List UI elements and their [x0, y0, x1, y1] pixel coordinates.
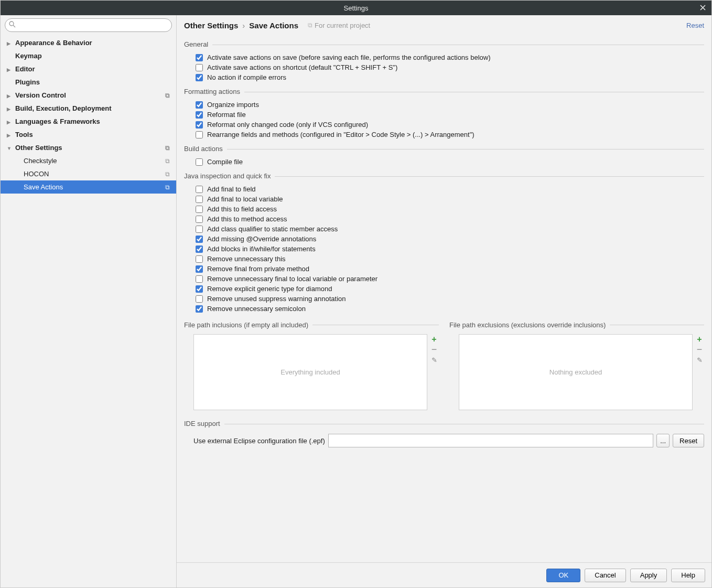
inclusions-list[interactable]: Everything included	[193, 334, 427, 410]
option-label: Add final to field	[207, 185, 256, 193]
sidebar-item-save-actions[interactable]: Save Actions⧉	[1, 180, 176, 194]
option-label: Reformat only changed code (only if VCS …	[207, 121, 368, 129]
expand-arrow-icon	[7, 40, 12, 46]
checkbox[interactable]	[196, 255, 203, 263]
sidebar-item-label: Other Settings	[15, 144, 62, 152]
sidebar-item-languages-frameworks[interactable]: Languages & Frameworks	[1, 115, 176, 128]
checkbox[interactable]	[196, 54, 203, 61]
sidebar-item-appearance-behavior[interactable]: Appearance & Behavior	[1, 36, 176, 49]
sidebar-item-keymap[interactable]: Keymap	[1, 49, 176, 62]
breadcrumb-parent: Other Settings	[184, 21, 238, 30]
help-button[interactable]: Help	[671, 569, 705, 582]
option-label: Compile file	[207, 158, 243, 166]
exclusions-list[interactable]: Nothing excluded	[459, 334, 693, 410]
java-option[interactable]: Add missing @Override annotations	[196, 235, 704, 243]
general-option[interactable]: No action if compile errors	[196, 73, 704, 81]
formatting-option[interactable]: Reformat file	[196, 111, 704, 119]
project-scope-icon: ⧉	[165, 184, 170, 191]
checkbox[interactable]	[196, 265, 203, 273]
option-label: Add final to local variable	[207, 195, 283, 203]
search-input[interactable]	[5, 18, 172, 32]
option-label: Remove unnecessary semicolon	[207, 305, 306, 313]
java-option[interactable]: Remove final from private method	[196, 265, 704, 273]
option-label: Activate save actions on shortcut (defau…	[207, 63, 397, 71]
dialog-footer: OK Cancel Apply Help	[177, 562, 711, 587]
sidebar-item-label: Editor	[15, 65, 35, 73]
ide-reset-button[interactable]: Reset	[673, 434, 704, 447]
java-option[interactable]: Remove unused suppress warning annotatio…	[196, 295, 704, 303]
close-icon[interactable]	[698, 3, 707, 12]
java-option[interactable]: Remove unnecessary final to local variab…	[196, 275, 704, 283]
sidebar-item-label: Save Actions	[24, 183, 63, 191]
checkbox[interactable]	[196, 226, 203, 233]
checkbox[interactable]	[196, 236, 203, 243]
formatting-option[interactable]: Rearrange fields and methods (configured…	[196, 131, 704, 138]
browse-button[interactable]: ...	[656, 434, 670, 447]
java-option[interactable]: Add this to method access	[196, 215, 704, 223]
checkbox[interactable]	[196, 74, 203, 81]
checkbox[interactable]	[196, 275, 203, 283]
java-section-title: Java inspection and quick fix	[184, 172, 271, 181]
java-option[interactable]: Remove explicit generic type for diamond	[196, 285, 704, 293]
sidebar-item-label: Tools	[15, 131, 33, 138]
checkbox[interactable]	[196, 64, 203, 71]
sidebar-item-version-control[interactable]: Version Control⧉	[1, 89, 176, 102]
general-option[interactable]: Activate save actions on shortcut (defau…	[196, 63, 704, 71]
build-option[interactable]: Compile file	[196, 158, 704, 166]
formatting-option[interactable]: Reformat only changed code (only if VCS …	[196, 121, 704, 129]
option-label: Add missing @Override annotations	[207, 235, 316, 243]
checkbox[interactable]	[196, 295, 203, 303]
option-label: Remove explicit generic type for diamond	[207, 285, 332, 293]
option-label: Remove unused suppress warning annotatio…	[207, 295, 346, 303]
checkbox[interactable]	[196, 186, 203, 193]
cancel-button[interactable]: Cancel	[585, 569, 625, 582]
sidebar-item-build-execution-deployment[interactable]: Build, Execution, Deployment	[1, 102, 176, 115]
checkbox[interactable]	[196, 196, 203, 203]
add-icon[interactable]: +	[697, 336, 702, 343]
window-title: Settings	[344, 4, 369, 12]
option-label: Activate save actions on save (before sa…	[207, 54, 491, 61]
sidebar-item-editor[interactable]: Editor	[1, 62, 176, 76]
option-label: Remove unnecessary final to local variab…	[207, 275, 377, 283]
add-icon[interactable]: +	[431, 336, 436, 343]
checkbox[interactable]	[196, 131, 203, 138]
breadcrumb: Other Settings › Save Actions	[184, 21, 298, 30]
checkbox[interactable]	[196, 206, 203, 213]
eclipse-config-input[interactable]	[328, 434, 653, 447]
ok-button[interactable]: OK	[546, 569, 580, 582]
svg-point-0	[9, 22, 14, 26]
checkbox[interactable]	[196, 285, 203, 293]
java-option[interactable]: Add final to local variable	[196, 195, 704, 203]
sidebar-item-checkstyle[interactable]: Checkstyle⧉	[1, 154, 176, 167]
checkbox[interactable]	[196, 245, 203, 253]
settings-tree: Appearance & BehaviorKeymapEditorPlugins…	[1, 35, 176, 587]
option-label: Add this to method access	[207, 215, 287, 223]
java-option[interactable]: Add class qualifier to static member acc…	[196, 225, 704, 233]
sidebar-item-hocon[interactable]: HOCON⧉	[1, 167, 176, 180]
sidebar-item-plugins[interactable]: Plugins	[1, 76, 176, 89]
java-option[interactable]: Add this to field access	[196, 205, 704, 213]
apply-button[interactable]: Apply	[630, 569, 667, 582]
sidebar-item-other-settings[interactable]: Other Settings⧉	[1, 141, 176, 154]
java-option[interactable]: Add final to field	[196, 185, 704, 193]
option-label: Add this to field access	[207, 205, 277, 213]
java-option[interactable]: Remove unnecessary this	[196, 255, 704, 263]
formatting-section-title: Formatting actions	[184, 88, 240, 97]
checkbox[interactable]	[196, 111, 203, 119]
checkbox[interactable]	[196, 216, 203, 223]
reset-link[interactable]: Reset	[686, 22, 704, 29]
option-label: No action if compile errors	[207, 73, 286, 81]
option-label: Add blocks in if/while/for statements	[207, 245, 316, 253]
checkbox[interactable]	[196, 101, 203, 109]
checkbox[interactable]	[196, 305, 203, 313]
sidebar-item-tools[interactable]: Tools	[1, 128, 176, 141]
general-option[interactable]: Activate save actions on save (before sa…	[196, 54, 704, 61]
checkbox[interactable]	[196, 158, 203, 166]
java-option[interactable]: Remove unnecessary semicolon	[196, 305, 704, 313]
project-scope-icon: ⧉	[165, 92, 170, 99]
inclusions-placeholder: Everything included	[281, 368, 340, 376]
formatting-option[interactable]: Organize imports	[196, 101, 704, 109]
checkbox[interactable]	[196, 121, 203, 129]
java-option[interactable]: Add blocks in if/while/for statements	[196, 245, 704, 253]
expand-arrow-icon	[7, 105, 12, 112]
